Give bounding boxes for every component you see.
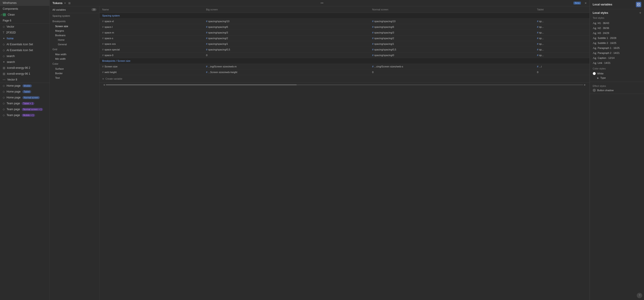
sidebar-item-page6[interactable]: Page 6 <box>0 18 50 24</box>
sidebar-item-search2[interactable]: ✦ search <box>0 59 50 65</box>
wireframes-label: Wireframes <box>3 1 16 5</box>
space-special-normal: spacing/spacing/0,5 <box>374 48 396 51</box>
tree-border[interactable]: Border <box>50 71 99 76</box>
col-tablet: Tablet <box>534 6 590 13</box>
vector8-label: Vector 8 <box>7 78 17 81</box>
tree-text[interactable]: Text <box>50 76 99 80</box>
variable-table-container[interactable]: Name Big screen Normal screen Tablet Spa… <box>100 6 590 300</box>
all-variables-label[interactable]: All variables <box>52 8 66 11</box>
home-tablet-badge: Tablet <box>22 90 31 93</box>
sidebar-item-components[interactable]: Components <box>0 6 50 12</box>
sidebar-item-2f302d[interactable]: T 2F302D <box>0 30 50 36</box>
ag-icon-link: Ag <box>593 61 596 65</box>
shadow-icon <box>593 89 596 92</box>
home-mobile-badge: Mobile <box>22 84 32 87</box>
hash-icon: # <box>102 48 104 51</box>
hash-chip: # <box>372 54 374 57</box>
sidebar-item-icons-energy2[interactable]: ▨ icons8-energy-96 2 <box>0 65 50 71</box>
table-row[interactable]: #Screen size #...ing/Screen sizes/web-m … <box>100 64 590 70</box>
chevron-right-icon: ▶ <box>597 77 599 79</box>
text-style-subtitle1[interactable]: Ag Subtitle 1 · 20/28 <box>593 36 641 41</box>
close-button[interactable]: ✕ <box>584 2 587 5</box>
sidebar-item-team-normal[interactable]: ◇ Team page Normal screen + 1 <box>0 106 50 112</box>
team-tablet-badge: Tablet + 1 <box>22 102 34 105</box>
sub2-label: Subtitle 2 · 16/25 <box>598 42 616 44</box>
space-m-name: space-m <box>104 31 114 34</box>
table-row[interactable]: #space-0 0 #spacing/spacing/0 #sp... <box>100 53 590 58</box>
tree-home[interactable]: Home <box>50 38 99 42</box>
text-style-paragraph1[interactable]: Ag Paragraph 1 · 16/25 <box>593 46 641 51</box>
table-row[interactable]: #space-l #spacing/spacing/6 #spacing/spa… <box>100 24 590 30</box>
tree-min-width[interactable]: Min width <box>50 57 99 61</box>
text-style-paragraph2[interactable]: Ag Paragraph 2 · 14/21 <box>593 51 641 56</box>
hash-icon: # <box>102 26 104 28</box>
tree-max-width[interactable]: Max width <box>50 52 99 57</box>
help-button[interactable]: ? <box>637 293 642 298</box>
hash-icon: # <box>102 31 104 34</box>
tree-grid[interactable]: Grid <box>50 47 99 52</box>
sidebar-item-home[interactable]: ✦ home <box>0 36 50 41</box>
tree-spacing-system[interactable]: Spacing system <box>50 13 99 19</box>
scroll-left-icon[interactable]: ◀ <box>102 84 106 86</box>
ag-icon-sub2: Ag <box>593 41 596 45</box>
table-row[interactable]: #space-xl #spacing/spacing/10 #spacing/s… <box>100 19 590 24</box>
sidebar-item-home-mobile[interactable]: ◇ Home page Mobile <box>0 83 50 89</box>
text-style-h2[interactable]: Ag H2 · 30/36 <box>593 26 641 31</box>
text-style-subtitle2[interactable]: Ag Subtitle 2 · 16/25 <box>593 41 641 46</box>
sidebar-item-home-normal[interactable]: ◇ Home page Normal screen <box>0 95 50 100</box>
sidebar-item-home-tablet[interactable]: ◇ Home page Tablet <box>0 89 50 95</box>
layout-icon[interactable]: ⊞ <box>68 2 70 5</box>
text-style-h3[interactable]: Ag H3 · 24/29 <box>593 31 641 36</box>
sidebar-item-wireframes[interactable]: Wireframes <box>0 0 50 6</box>
col-big-screen: Big screen <box>203 6 370 13</box>
scroll-right-icon[interactable]: ▶ <box>583 84 587 86</box>
tree-breakpoints[interactable]: Breakpoints <box>50 19 99 24</box>
text-style-link[interactable]: Ag Link · 14/21 <box>593 60 641 65</box>
max-width-label: Max width <box>55 53 66 56</box>
sidebar-item-search1[interactable]: ◇ search <box>0 53 50 59</box>
local-variables-icon[interactable] <box>636 2 641 7</box>
sidebar-item-clean[interactable]: ✓ </> Clean <box>0 12 50 18</box>
sidebar-item-team-tablet[interactable]: ◇ Team page Tablet + 1 <box>0 100 50 106</box>
ai1-label: AI Essentials Icon Set <box>6 43 33 46</box>
tree-booleans[interactable]: Booleans <box>50 33 99 38</box>
horizontal-scrollbar[interactable]: ◀ ▶ <box>100 82 590 87</box>
tokens-dropdown-icon[interactable]: ▾ <box>64 2 66 4</box>
scroll-track[interactable] <box>106 84 583 85</box>
hash-chip: # <box>206 20 207 23</box>
create-variable-button[interactable]: + Create variable <box>100 75 590 82</box>
table-row[interactable]: #space-s #spacing/spacing/2 #spacing/spa… <box>100 36 590 41</box>
table-row[interactable]: #space-m #spacing/spacing/3 #spacing/spa… <box>100 30 590 36</box>
sidebar-item-ai1[interactable]: ◇ AI Essentials Icon Set <box>0 41 50 47</box>
color-type-row[interactable]: ▶ Type <box>593 76 641 80</box>
table-row[interactable]: #space-xxs #spacing/spacing/1 #spacing/s… <box>100 41 590 47</box>
button-shadow-style[interactable]: Button shadow <box>593 89 641 92</box>
tree-color[interactable]: Color <box>50 61 99 67</box>
text-style-caption[interactable]: Ag Caption · 12/14 <box>593 56 641 60</box>
tree-surface[interactable]: Surface <box>50 67 99 71</box>
hash-chip: # <box>372 26 374 28</box>
hash-chip: # <box>372 31 374 34</box>
ag-icon-caption: Ag <box>593 56 596 60</box>
space-m-big: spacing/spacing/3 <box>208 31 228 34</box>
table-row[interactable]: #web height #...Screen sizes/web-height … <box>100 70 590 75</box>
text-style-h1[interactable]: Ag H1 · 36/43 <box>593 21 641 26</box>
team-tablet-label: Team page <box>6 102 20 105</box>
color-style-white[interactable]: White <box>593 71 641 76</box>
table-row[interactable]: #space-special #spacing/spacing/0,5 #spa… <box>100 47 590 53</box>
sidebar-item-ai2[interactable]: ◇ AI Essentials Icon Set <box>0 47 50 53</box>
plus-icon: + <box>102 77 104 81</box>
image-icon-2: ▨ <box>3 72 5 75</box>
sidebar-item-vector8[interactable]: — Vector 8 <box>0 77 50 83</box>
sidebar-item-team-mobile[interactable]: ◇ Team page Mobile + 1 <box>0 112 50 118</box>
ag-icon-h3: Ag <box>593 31 596 35</box>
add-style-button[interactable]: + <box>639 11 641 15</box>
sidebar-item-icons-energy1[interactable]: ▨ icons8-energy-96 1 <box>0 71 50 77</box>
team-mobile-badge: Mobile + 1 <box>22 114 35 117</box>
tree-margins[interactable]: Margins <box>50 29 99 33</box>
tree-screen-size[interactable]: Screen size <box>50 24 99 29</box>
tokens-more-icon[interactable]: ••• <box>321 2 324 5</box>
tree-general[interactable]: General <box>50 42 99 47</box>
line-icon: — <box>3 78 6 81</box>
sidebar-item-vector[interactable]: ◇ Vector <box>0 24 50 30</box>
